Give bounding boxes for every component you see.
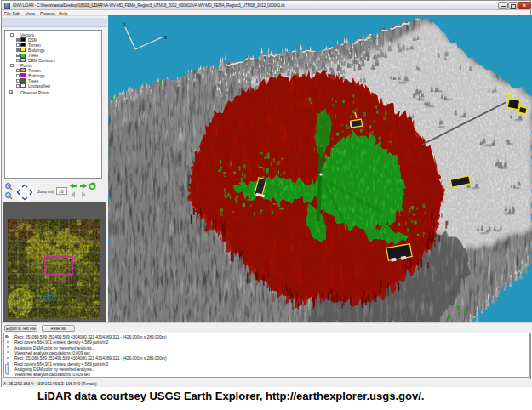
svg-text:N: N — [123, 21, 126, 26]
svg-text:+: + — [7, 183, 9, 188]
